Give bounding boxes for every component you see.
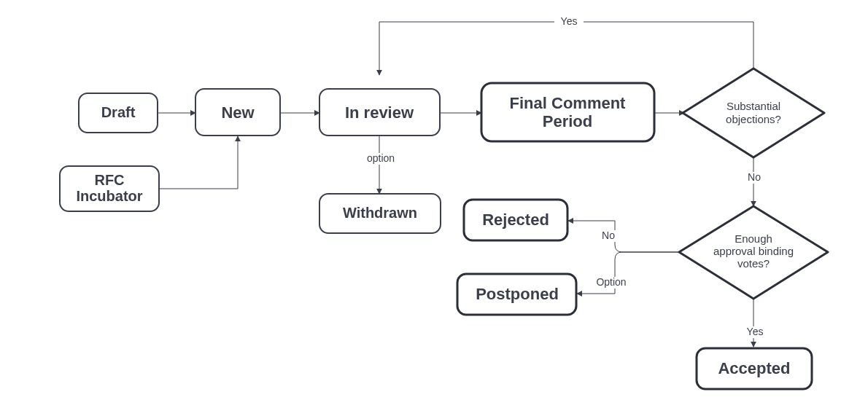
node-withdrawn-label: Withdrawn bbox=[343, 205, 417, 221]
edge-label-no-mid: No bbox=[748, 171, 761, 183]
node-rejected-label: Rejected bbox=[482, 211, 549, 229]
edge-label-yes-top: Yes bbox=[561, 15, 578, 27]
edge-label-no-rej: No bbox=[602, 229, 615, 241]
edge-incubator-new bbox=[159, 136, 238, 189]
node-enough-label1: Enough bbox=[735, 232, 772, 245]
node-in-review-label: In review bbox=[345, 103, 414, 122]
node-fcp-label1: Final Comment bbox=[510, 94, 627, 112]
node-substantial-label2: objections? bbox=[726, 113, 781, 125]
edge-label-yes-acc: Yes bbox=[747, 326, 764, 337]
node-rfc-incubator-label2: Incubator bbox=[76, 188, 142, 204]
edge-substantial-yes bbox=[379, 22, 753, 75]
edge-enough-rejected bbox=[568, 221, 682, 252]
node-accepted-label: Accepted bbox=[718, 359, 790, 377]
edge-label-option: option bbox=[367, 152, 395, 164]
node-substantial-label1: Substantial bbox=[726, 100, 780, 112]
node-new-label: New bbox=[221, 103, 255, 122]
node-fcp-label2: Period bbox=[543, 112, 592, 130]
flowchart-diagram: Yes option No No Option Yes Draft RFC In… bbox=[0, 0, 868, 416]
node-rfc-incubator-label1: RFC bbox=[94, 172, 124, 188]
node-postponed-label: Postponed bbox=[476, 285, 559, 303]
node-enough-label2: approval binding bbox=[713, 245, 794, 257]
edge-label-option-post: Option bbox=[596, 276, 626, 288]
node-enough-label3: votes? bbox=[737, 257, 770, 270]
node-draft-label: Draft bbox=[101, 104, 136, 120]
